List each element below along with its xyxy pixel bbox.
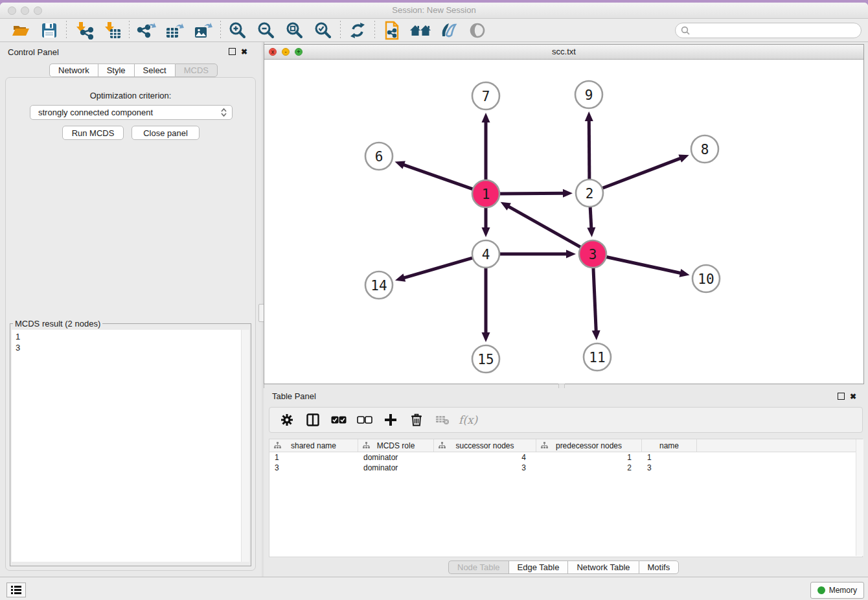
- table-cell[interactable]: 3: [269, 463, 358, 473]
- table-cell[interactable]: 1: [536, 452, 642, 463]
- tab-edge-table[interactable]: Edge Table: [508, 560, 568, 574]
- task-history-button[interactable]: [6, 583, 26, 597]
- table-empty-area: [269, 473, 862, 557]
- app-title: Session: New Session: [0, 5, 868, 15]
- graph-edge-3-10[interactable]: [605, 257, 681, 273]
- table-cell[interactable]: dominator: [358, 463, 434, 473]
- export-network-icon[interactable]: [132, 20, 161, 41]
- search-icon: [681, 26, 690, 35]
- graph-node-label: 1: [482, 187, 490, 202]
- memory-status-icon: [817, 586, 825, 594]
- delete-table-icon[interactable]: [433, 410, 452, 430]
- close-panel-button[interactable]: Close panel: [131, 126, 200, 140]
- add-row-icon[interactable]: [381, 410, 400, 430]
- memory-button[interactable]: Memory: [810, 582, 864, 599]
- graph-arrowhead: [563, 189, 573, 198]
- table-row[interactable]: 1dominator411: [269, 452, 862, 463]
- column-header-label: MCDS role: [377, 441, 415, 450]
- home-icon[interactable]: [406, 20, 435, 41]
- column-header-predecessor-nodes[interactable]: predecessor nodes: [536, 439, 642, 452]
- tab-network-table[interactable]: Network Table: [567, 560, 638, 574]
- float-panel-icon[interactable]: [229, 48, 236, 55]
- settings-gear-icon[interactable]: [277, 410, 297, 430]
- graph-node-label: 3: [589, 247, 597, 262]
- optimization-criterion-label: Optimization criterion:: [6, 91, 255, 100]
- column-type-icon: [274, 442, 281, 449]
- copy-network-view-icon[interactable]: [378, 20, 406, 41]
- table-cell[interactable]: 2: [536, 463, 642, 473]
- delete-row-icon[interactable]: [407, 410, 426, 430]
- import-network-icon[interactable]: [69, 20, 98, 41]
- toolbar-separator: [66, 21, 67, 40]
- function-builder-icon[interactable]: f(x): [459, 410, 477, 430]
- table-row[interactable]: 3dominator323: [269, 463, 862, 473]
- control-panel-tabbar: NetworkStyleSelectMCDS: [49, 63, 218, 77]
- graph-edge-2-8[interactable]: [601, 158, 681, 189]
- select-all-icon[interactable]: [329, 410, 348, 430]
- zoom-out-icon[interactable]: [252, 20, 280, 41]
- import-table-icon[interactable]: [98, 20, 126, 41]
- column-header-shared-name[interactable]: shared name: [269, 439, 358, 452]
- mcds-result-item[interactable]: 1: [16, 331, 249, 342]
- apply-style-icon[interactable]: [435, 20, 463, 41]
- app-titlebar: Session: New Session: [0, 3, 868, 19]
- criterion-dropdown[interactable]: strongly connected component: [30, 105, 233, 120]
- close-panel-icon[interactable]: ✖: [850, 393, 856, 400]
- table-cell[interactable]: 4: [434, 452, 536, 463]
- table-cell[interactable]: 3: [434, 463, 536, 473]
- tab-select[interactable]: Select: [134, 63, 175, 77]
- deselect-all-icon[interactable]: [355, 410, 374, 430]
- tab-node-table[interactable]: Node Table: [448, 560, 508, 574]
- zoom-in-icon[interactable]: [223, 20, 252, 41]
- graph-arrowhead: [482, 113, 490, 122]
- table-cell[interactable]: dominator: [358, 452, 434, 463]
- graph-edge-3-11[interactable]: [593, 266, 596, 332]
- network-view-window: x - + scc.txt 7968124314101511: [264, 44, 864, 384]
- tab-style[interactable]: Style: [98, 63, 134, 77]
- tab-network[interactable]: Network: [49, 63, 98, 77]
- save-session-icon[interactable]: [35, 20, 63, 41]
- split-panel-icon[interactable]: [303, 410, 323, 430]
- zoom-selected-icon[interactable]: [309, 20, 337, 41]
- result-scrollbar[interactable]: [241, 330, 249, 562]
- tab-mcds[interactable]: MCDS: [175, 63, 218, 77]
- graph-node-label: 6: [375, 149, 383, 165]
- graph-edge-2-9[interactable]: [589, 120, 589, 181]
- table-panel: Table Panel ✖: [264, 388, 868, 577]
- column-header-MCDS-role[interactable]: MCDS role: [358, 439, 434, 452]
- mcds-result-list[interactable]: 13: [12, 330, 249, 562]
- table-scrollbar[interactable]: [856, 439, 863, 556]
- graph-edge-4-14[interactable]: [403, 257, 474, 278]
- mcds-tab-content: Optimization criterion: strongly connect…: [5, 77, 256, 571]
- tab-motifs[interactable]: Motifs: [639, 560, 680, 574]
- column-header-label: successor nodes: [455, 441, 514, 450]
- table-cell[interactable]: 3: [642, 463, 697, 473]
- table-cell[interactable]: 1: [269, 452, 358, 463]
- refresh-layout-icon[interactable]: [343, 20, 372, 41]
- open-file-icon[interactable]: [6, 20, 35, 41]
- column-header-successor-nodes[interactable]: successor nodes: [434, 439, 536, 452]
- graph-edge-3-1[interactable]: [508, 206, 582, 248]
- export-image-icon[interactable]: [189, 20, 218, 41]
- show-graphics-details-icon[interactable]: [463, 20, 492, 41]
- mcds-result-item[interactable]: 3: [16, 342, 249, 353]
- export-table-icon[interactable]: [161, 20, 189, 41]
- run-mcds-button[interactable]: Run MCDS: [62, 126, 124, 140]
- search-field[interactable]: [675, 23, 862, 38]
- graph-node-label: 11: [589, 350, 605, 365]
- main-area: Control Panel ✖ NetworkStyleSelectMCDS O…: [0, 42, 868, 577]
- graph-edge-2-3[interactable]: [590, 205, 591, 229]
- table-cell[interactable]: 1: [642, 452, 697, 463]
- search-input[interactable]: [690, 26, 861, 35]
- main-toolbar: [0, 19, 868, 42]
- network-canvas[interactable]: 7968124314101511: [264, 59, 863, 384]
- toolbar-separator: [374, 21, 375, 40]
- zoom-fit-icon[interactable]: [280, 20, 309, 41]
- column-header-name[interactable]: name: [642, 439, 697, 452]
- close-panel-icon[interactable]: ✖: [241, 49, 247, 55]
- list-icon: [11, 586, 21, 594]
- float-panel-icon[interactable]: [838, 393, 845, 400]
- graph-node-label: 14: [371, 278, 387, 294]
- graph-edge-1-2[interactable]: [498, 193, 564, 194]
- graph-edge-1-6[interactable]: [403, 165, 474, 190]
